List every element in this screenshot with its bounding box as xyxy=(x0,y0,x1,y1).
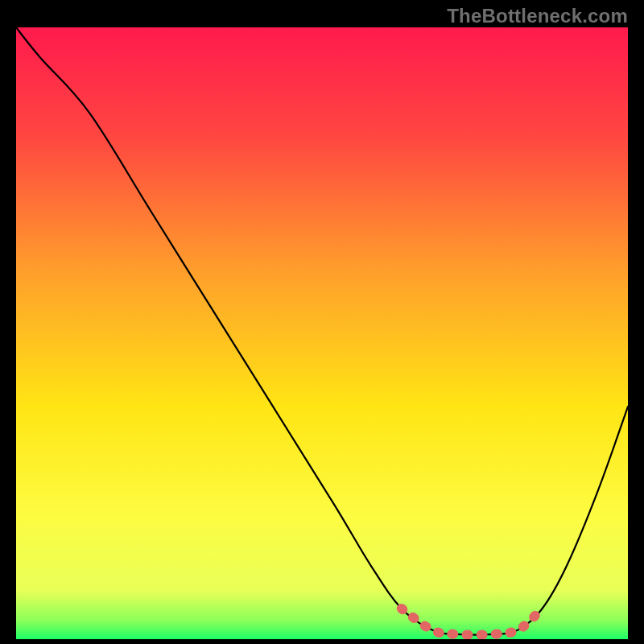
watermark-text: TheBottleneck.com xyxy=(447,5,628,27)
chart-plot-area xyxy=(16,27,628,639)
chart-svg xyxy=(16,27,628,639)
gradient-background xyxy=(16,27,628,639)
